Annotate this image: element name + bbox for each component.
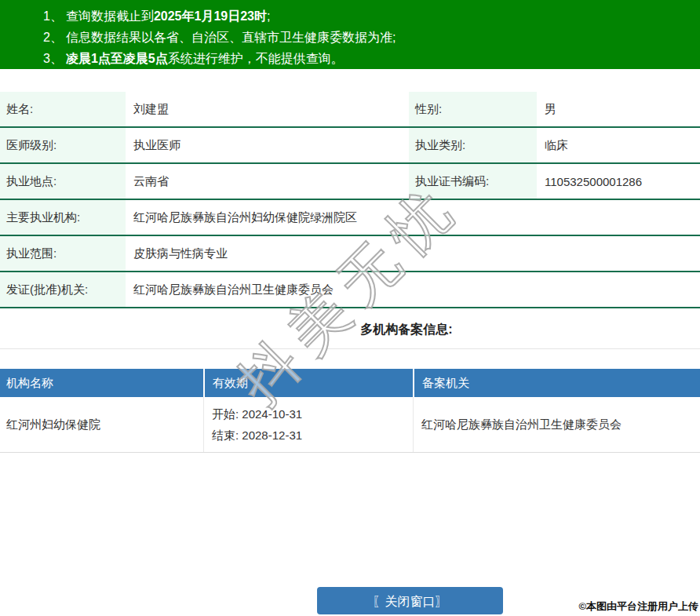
notice-line-2: 2、信息数据结果以各省、自治区、直辖市卫生健康委数据为准;: [43, 27, 700, 48]
field-value-practice-scope: 皮肤病与性病专业: [126, 236, 700, 271]
notice-line-1: 1、查询数据截止到2025年1月19日23时;: [43, 5, 700, 27]
copyright-notice: ©本图由平台注册用户上传: [578, 600, 698, 614]
table-row: 主要执业机构: 红河哈尼族彝族自治州妇幼保健院绿洲院区: [0, 200, 700, 236]
field-label-certificate-number: 执业证书编码:: [409, 164, 537, 199]
column-header-filing-authority: 备案机关: [413, 369, 700, 397]
field-value-name: 刘建盟: [126, 92, 409, 126]
filing-table-header: 机构名称 有效期 备案机关: [0, 369, 700, 397]
field-value-practice-category: 临床: [537, 128, 700, 162]
section-divider: [0, 348, 700, 349]
notice-line-number: 2、: [43, 31, 63, 44]
doctor-info-table: 姓名: 刘建盟 性别: 男 医师级别: 执业医师 执业类别: 临床 执业地点: …: [0, 92, 700, 308]
table-row: 红河州妇幼保健院 开始: 2024-10-31 结束: 2028-12-31 红…: [0, 397, 700, 453]
table-row: 执业地点: 云南省 执业证书编码: 110532500001286: [0, 164, 700, 200]
close-window-button[interactable]: 〖关闭窗口〗: [317, 587, 503, 614]
field-label-practice-location: 执业地点:: [0, 164, 126, 199]
filing-validity-period: 开始: 2024-10-31 结束: 2028-12-31: [203, 397, 413, 452]
field-label-issuing-authority: 发证(批准)机关:: [0, 272, 126, 307]
field-value-gender: 男: [537, 92, 700, 126]
notice-text: 信息数据结果以各省、自治区、直辖市卫生健康委数据为准;: [66, 31, 396, 44]
notice-text-bold: 凌晨1点至凌晨5点: [66, 52, 168, 65]
field-value-certificate-number: 110532500001286: [537, 164, 700, 199]
filing-org-name: 红河州妇幼保健院: [0, 397, 203, 452]
field-value-doctor-level: 执业医师: [126, 128, 409, 162]
notice-line-3: 3、凌晨1点至凌晨5点系统进行维护，不能提供查询。: [43, 48, 700, 69]
field-label-practice-category: 执业类别:: [409, 128, 537, 162]
table-row: 姓名: 刘建盟 性别: 男: [0, 92, 700, 128]
field-label-main-institution: 主要执业机构:: [0, 200, 126, 235]
filing-start-date: 开始: 2024-10-31: [212, 403, 413, 425]
table-row: 执业范围: 皮肤病与性病专业: [0, 236, 700, 272]
column-header-org-name: 机构名称: [0, 369, 203, 397]
notice-text-bold: 2025年1月19日23时: [154, 9, 267, 23]
notice-text: ;: [267, 9, 270, 23]
notice-banner: 1、查询数据截止到2025年1月19日23时; 2、信息数据结果以各省、自治区、…: [0, 0, 700, 69]
field-value-practice-location: 云南省: [126, 164, 409, 199]
notice-line-number: 3、: [43, 52, 63, 65]
field-value-main-institution: 红河哈尼族彝族自治州妇幼保健院绿洲院区: [126, 200, 700, 235]
field-label-gender: 性别:: [409, 92, 537, 126]
filing-end-date: 结束: 2028-12-31: [212, 425, 413, 446]
field-value-issuing-authority: 红河哈尼族彝族自治州卫生健康委员会: [126, 272, 700, 307]
field-label-doctor-level: 医师级别:: [0, 128, 126, 162]
filing-authority: 红河哈尼族彝族自治州卫生健康委员会: [413, 397, 700, 452]
column-header-validity: 有效期: [203, 369, 413, 397]
filing-section-heading: 多机构备案信息:: [57, 319, 700, 340]
table-row: 医师级别: 执业医师 执业类别: 临床: [0, 128, 700, 164]
notice-line-number: 1、: [43, 9, 63, 23]
filing-table: 机构名称 有效期 备案机关 红河州妇幼保健院 开始: 2024-10-31 结束…: [0, 369, 700, 453]
table-row: 发证(批准)机关: 红河哈尼族彝族自治州卫生健康委员会: [0, 272, 700, 308]
field-label-practice-scope: 执业范围:: [0, 236, 126, 271]
notice-text: 查询数据截止到: [66, 9, 154, 23]
field-label-name: 姓名:: [0, 92, 126, 126]
notice-text: 系统进行维护，不能提供查询。: [168, 52, 344, 65]
